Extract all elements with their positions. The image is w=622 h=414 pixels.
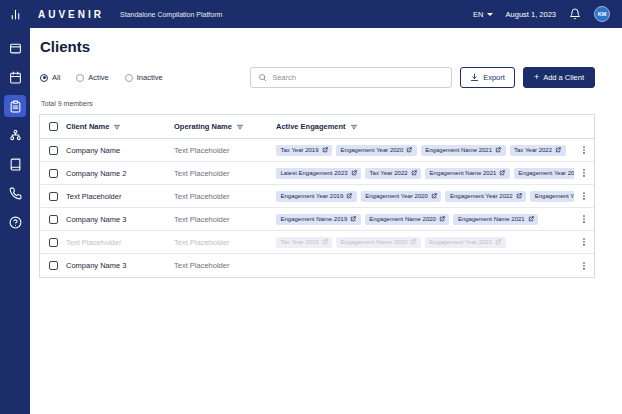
clipboard-icon: [9, 100, 22, 113]
kebab-icon: [579, 191, 589, 201]
external-link-icon: [499, 170, 505, 176]
external-link-icon: [495, 239, 501, 245]
row-menu-button[interactable]: [574, 168, 594, 178]
engagement-tag[interactable]: Engagement Name 2020: [336, 237, 421, 248]
add-client-button[interactable]: + Add a Client: [523, 67, 595, 88]
org-chart-icon: [9, 129, 22, 142]
add-client-label: Add a Client: [543, 73, 584, 82]
search-box[interactable]: [250, 67, 452, 88]
row-menu-button[interactable]: [574, 214, 594, 224]
bell-icon[interactable]: [569, 8, 581, 20]
row-checkbox[interactable]: [49, 215, 58, 224]
book-icon: [9, 158, 22, 171]
sidebar-item-dashboard[interactable]: [4, 37, 26, 59]
engagement-tag-label: Tax Year 2022: [370, 170, 408, 176]
sort-icon: [113, 123, 121, 131]
row-checkbox[interactable]: [49, 169, 58, 178]
engagement-tag[interactable]: Engagement Year 2022: [445, 191, 526, 202]
external-link-icon: [351, 170, 357, 176]
select-all-checkbox[interactable]: [49, 122, 58, 131]
row-menu-button[interactable]: [574, 261, 594, 271]
engagement-tag[interactable]: Engagement Year 2020: [361, 191, 442, 202]
row-menu-button[interactable]: [574, 145, 594, 155]
window-icon: [9, 42, 22, 55]
engagement-tag[interactable]: Engagement Name 2021: [425, 168, 510, 179]
engagement-tag[interactable]: Engagement Name 2021: [453, 214, 538, 225]
engagement-tag[interactable]: Engagement Year 2020: [336, 145, 417, 156]
external-link-icon: [350, 216, 356, 222]
sidebar-item-team[interactable]: [4, 124, 26, 146]
filter-inactive[interactable]: Inactive: [125, 73, 163, 82]
language-selector[interactable]: EN: [473, 10, 492, 19]
engagement-tag[interactable]: Engagement Name 2021: [421, 145, 506, 156]
external-link-icon: [528, 216, 534, 222]
sidebar-item-help[interactable]: [4, 211, 26, 233]
sort-icon: [350, 123, 358, 131]
topbar-right: EN August 1, 2023 KM: [473, 6, 622, 22]
download-icon: [470, 73, 479, 82]
external-link-icon: [410, 239, 416, 245]
engagement-tag-label: Engagement Year 2021: [429, 239, 492, 245]
column-label: Operating Name: [174, 122, 232, 131]
bar-chart-icon[interactable]: [0, 8, 30, 21]
engagement-tag-label: Tax Year 2019: [281, 239, 319, 245]
app-logo: AUVENIR: [38, 9, 104, 20]
export-button[interactable]: Export: [460, 67, 515, 88]
table-row: Text Placeholder Text Placeholder Tax Ye…: [40, 231, 594, 254]
external-link-icon: [346, 193, 352, 199]
engagement-tag[interactable]: Engagement Year 2022: [530, 191, 574, 202]
engagement-tags: Engagement Year 2019Engagement Year 2020…: [276, 191, 574, 202]
engagement-tag-label: Engagement Name 2021: [458, 216, 525, 222]
engagement-tag-label: Engagement Year 2020: [341, 147, 404, 153]
external-link-icon: [439, 216, 445, 222]
engagement-tag[interactable]: Latest Engagement 2023: [276, 168, 361, 179]
main-content: Clients All Active Inactive Export + Add…: [30, 28, 622, 414]
column-header-client-name[interactable]: Client Name: [66, 122, 121, 131]
sidebar-item-calendar[interactable]: [4, 66, 26, 88]
client-name-cell: Company Name 2: [66, 169, 174, 178]
row-menu-button[interactable]: [574, 191, 594, 201]
engagement-tag[interactable]: Tax Year 2022: [510, 145, 566, 156]
row-checkbox[interactable]: [49, 146, 58, 155]
engagement-tag[interactable]: Engagement Year 2020: [514, 168, 574, 179]
engagement-tag[interactable]: Engagement Name 2020: [365, 214, 450, 225]
column-header-active-engagement[interactable]: Active Engagement: [276, 122, 358, 131]
column-header-operating-name[interactable]: Operating Name: [174, 122, 244, 131]
search-input[interactable]: [272, 73, 444, 82]
current-date: August 1, 2023: [506, 10, 556, 19]
engagement-tag-label: Tax Year 2019: [281, 147, 319, 153]
table-row: Company Name 3 Text Placeholder: [40, 254, 594, 277]
engagement-tag[interactable]: Engagement Name 2019: [276, 214, 361, 225]
kebab-icon: [579, 214, 589, 224]
external-link-icon: [322, 147, 328, 153]
sidebar-item-library[interactable]: [4, 153, 26, 175]
client-name-cell: Text Placeholder: [66, 192, 174, 201]
engagement-tag[interactable]: Engagement Year 2021: [425, 237, 506, 248]
row-menu-button[interactable]: [574, 237, 594, 247]
avatar[interactable]: KM: [594, 6, 610, 22]
row-checkbox[interactable]: [49, 192, 58, 201]
operating-name-cell: Text Placeholder: [174, 192, 276, 201]
external-link-icon: [406, 147, 412, 153]
engagement-tag-label: Engagement Name 2021: [430, 170, 497, 176]
row-checkbox[interactable]: [49, 261, 58, 270]
engagement-tag-label: Engagement Year 2020: [365, 193, 428, 199]
sidebar-item-contact[interactable]: [4, 182, 26, 204]
table-row: Company Name 3 Text Placeholder Engageme…: [40, 208, 594, 231]
engagement-tag-label: Engagement Year 2019: [281, 193, 344, 199]
engagement-tag-label: Engagement Name 2019: [281, 216, 348, 222]
controls-row: All Active Inactive Export + Add a Clien…: [40, 67, 595, 88]
client-name-cell: Company Name: [66, 146, 174, 155]
engagement-tag[interactable]: Tax Year 2022: [365, 168, 421, 179]
engagement-tag[interactable]: Tax Year 2019: [276, 145, 332, 156]
engagement-tag[interactable]: Tax Year 2019: [276, 237, 332, 248]
row-checkbox[interactable]: [49, 238, 58, 247]
radio-icon: [76, 74, 84, 82]
phone-icon: [9, 187, 22, 200]
engagement-tag[interactable]: Engagement Year 2019: [276, 191, 357, 202]
sidebar-item-clients[interactable]: [4, 95, 26, 117]
filter-label: Inactive: [137, 73, 163, 82]
filter-all[interactable]: All: [40, 73, 60, 82]
filter-active[interactable]: Active: [76, 73, 108, 82]
search-icon: [258, 73, 267, 82]
